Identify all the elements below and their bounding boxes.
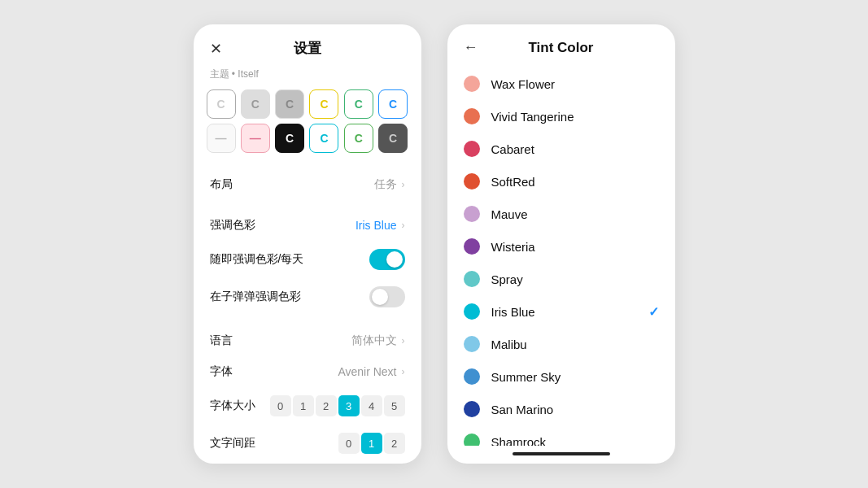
layout-value: 任务 ›: [374, 177, 405, 192]
accent-row[interactable]: 强调色彩 Iris Blue ›: [194, 210, 421, 241]
color-name-9: Summer Sky: [491, 370, 659, 384]
lang-row[interactable]: 语言 简体中文 ›: [194, 325, 421, 356]
color-item-9[interactable]: Summer Sky: [447, 360, 675, 393]
fontsize-step-0[interactable]: 0: [270, 395, 291, 416]
icon-style-11[interactable]: C: [344, 124, 373, 153]
fontsize-stepper: 012345: [270, 395, 405, 416]
color-name-8: Malibu: [491, 338, 659, 351]
right-header: ← Tint Color: [447, 24, 675, 64]
fontsize-step-5[interactable]: 5: [384, 395, 405, 416]
color-item-6[interactable]: Spray: [447, 263, 675, 295]
color-dot-8: [464, 336, 480, 352]
layout-row[interactable]: 布局 任务 ›: [194, 169, 421, 200]
close-icon[interactable]: ✕: [210, 40, 222, 58]
color-dot-5: [464, 238, 480, 255]
color-item-1[interactable]: Vivid Tangerine: [447, 100, 675, 133]
icon-style-3[interactable]: C: [275, 89, 304, 119]
icon-style-5[interactable]: C: [344, 89, 373, 119]
icon-grid: C C C C C C — — C C C C: [194, 83, 421, 159]
sub-row: 在子弹弹强调色彩: [194, 278, 421, 316]
columns-row[interactable]: 文字排数 无 ›: [194, 462, 421, 464]
fontsize-step-1[interactable]: 1: [293, 395, 314, 416]
toggle-knob-1: [386, 251, 403, 268]
layout-label: 布局: [210, 177, 233, 192]
sub-toggle[interactable]: [369, 286, 405, 307]
chevron-icon-2: ›: [402, 220, 405, 231]
spacing-row: 文字间距 012: [194, 425, 421, 462]
spacing-step-1[interactable]: 1: [361, 433, 382, 454]
spacing-step-0[interactable]: 0: [338, 433, 360, 454]
accent-label: 强调色彩: [210, 218, 255, 233]
color-item-10[interactable]: San Marino: [447, 393, 675, 425]
icon-style-10[interactable]: C: [309, 124, 338, 153]
icon-style-8[interactable]: —: [241, 124, 270, 153]
color-name-4: Mauve: [491, 207, 659, 221]
color-dot-9: [464, 368, 480, 385]
color-item-11[interactable]: Shamrock: [447, 425, 675, 446]
color-name-1: Vivid Tangerine: [491, 110, 659, 124]
color-name-2: Cabaret: [491, 142, 659, 156]
accent-value: Iris Blue ›: [355, 219, 405, 232]
back-icon[interactable]: ←: [464, 39, 478, 56]
icon-style-4[interactable]: C: [309, 89, 338, 119]
left-panel: ✕ 设置 主题 • Itself C C C C C C — — C C C C…: [194, 24, 421, 464]
fontsize-step-4[interactable]: 4: [361, 395, 382, 416]
daily-toggle[interactable]: [369, 249, 405, 270]
sub-label: 在子弹弹强调色彩: [210, 290, 301, 304]
lang-value: 简体中文 ›: [351, 333, 405, 348]
color-dot-11: [464, 434, 480, 446]
icon-style-7[interactable]: —: [207, 124, 236, 153]
fontsize-step-3[interactable]: 3: [338, 395, 360, 416]
color-list: Wax FlowerVivid TangerineCabaretSoftRedM…: [447, 64, 675, 446]
color-dot-0: [464, 76, 480, 92]
color-name-7: Iris Blue: [491, 305, 648, 319]
font-label: 字体: [210, 364, 233, 379]
fontsize-step-2[interactable]: 2: [316, 395, 337, 416]
theme-label: 主题 • Itself: [194, 63, 421, 83]
color-item-7[interactable]: Iris Blue✓: [447, 295, 675, 328]
left-header: ✕ 设置: [194, 24, 421, 63]
color-name-6: Spray: [491, 272, 659, 286]
color-dot-7: [464, 303, 480, 320]
color-dot-4: [464, 206, 480, 222]
color-item-3[interactable]: SoftRed: [447, 165, 675, 198]
font-value: Avenir Next ›: [338, 365, 404, 378]
chevron-icon-4: ›: [402, 366, 405, 377]
icon-style-9[interactable]: C: [275, 124, 304, 153]
color-name-10: San Marino: [491, 403, 659, 416]
color-item-0[interactable]: Wax Flower: [447, 68, 675, 100]
check-icon-7: ✓: [648, 304, 659, 320]
fontsize-label: 字体大小: [210, 399, 255, 413]
chevron-icon-3: ›: [402, 335, 405, 346]
daily-row: 随即强调色彩/每天: [194, 241, 421, 278]
toggle-knob-2: [372, 289, 388, 305]
icon-style-12[interactable]: C: [378, 124, 408, 153]
color-item-4[interactable]: Mauve: [447, 198, 675, 230]
chevron-icon: ›: [402, 179, 405, 190]
color-dot-6: [464, 271, 480, 287]
fontsize-row: 字体大小 012345: [194, 387, 421, 425]
color-item-5[interactable]: Wisteria: [447, 230, 675, 263]
icon-style-1[interactable]: C: [207, 89, 236, 119]
color-dot-1: [464, 108, 480, 124]
spacing-step-2[interactable]: 2: [384, 433, 405, 454]
color-dot-3: [464, 173, 480, 190]
icon-style-6[interactable]: C: [378, 89, 408, 119]
color-dot-10: [464, 401, 480, 417]
color-name-0: Wax Flower: [491, 77, 659, 91]
spacing-label: 文字间距: [210, 436, 255, 451]
font-row[interactable]: 字体 Avenir Next ›: [194, 356, 421, 387]
right-title: Tint Color: [488, 40, 659, 56]
home-indicator-right: [513, 452, 610, 455]
color-name-11: Shamrock: [491, 435, 659, 447]
lang-label: 语言: [210, 333, 233, 348]
spacing-stepper: 012: [338, 433, 405, 454]
color-item-2[interactable]: Cabaret: [447, 133, 675, 165]
color-dot-2: [464, 141, 480, 157]
color-name-5: Wisteria: [491, 240, 659, 254]
right-panel: ← Tint Color Wax FlowerVivid TangerineCa…: [447, 24, 675, 464]
daily-label: 随即强调色彩/每天: [210, 252, 304, 267]
color-item-8[interactable]: Malibu: [447, 328, 675, 360]
color-name-3: SoftRed: [491, 175, 659, 189]
icon-style-2[interactable]: C: [241, 89, 270, 119]
